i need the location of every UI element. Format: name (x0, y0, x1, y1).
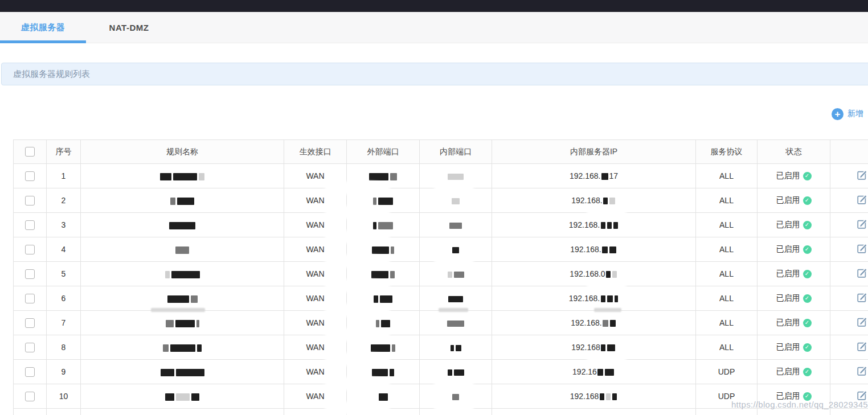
redacted-text-block (452, 247, 459, 253)
redacted-text-block (191, 393, 199, 401)
cell-actions (830, 335, 868, 360)
redacted-text-block (454, 369, 464, 376)
cell-status: 已启用✓ (758, 262, 830, 286)
redacted-text-block (372, 246, 389, 254)
tab-virtual-server[interactable]: 虚拟服务器 (0, 12, 86, 43)
ip-prefix: 192.168 (571, 343, 600, 352)
cell-actions (830, 311, 868, 335)
redacted-text-block (452, 198, 460, 204)
cell-protocol: ALL (696, 164, 758, 188)
redacted-text-block (175, 246, 189, 254)
ip-prefix: 192.168. (570, 245, 601, 254)
row-checkbox[interactable] (25, 367, 35, 377)
cell-empty (696, 409, 758, 415)
check-circle-icon: ✓ (803, 368, 812, 376)
cell-interface: WAN (284, 237, 347, 262)
select-all-checkbox[interactable] (25, 147, 35, 157)
check-circle-icon: ✓ (803, 343, 812, 352)
row-checkbox[interactable] (25, 245, 35, 254)
edit-icon[interactable] (857, 292, 867, 303)
edit-icon[interactable] (857, 317, 867, 327)
cell-internal-port (420, 311, 492, 335)
redacted-text-block (165, 271, 170, 278)
add-rule-button[interactable]: + 新增 (832, 108, 863, 120)
row-checkbox[interactable] (25, 171, 35, 181)
edit-icon[interactable] (857, 341, 867, 352)
column-header: 序号 (47, 140, 81, 164)
row-checkbox[interactable] (25, 294, 35, 303)
redacted-text-block (176, 369, 204, 376)
column-header: 外部端口 (347, 140, 420, 164)
edit-icon[interactable] (857, 219, 867, 229)
redacted-text-block (161, 369, 174, 376)
row-checkbox[interactable] (25, 220, 35, 230)
redacted-text-block (447, 321, 464, 327)
tab-nat-dmz[interactable]: NAT-DMZ (86, 12, 172, 43)
cell-checkbox (14, 188, 47, 213)
status-label: 已启用 (776, 244, 800, 254)
redacted-text-block (378, 222, 393, 229)
cell-index: 4 (47, 237, 81, 262)
ip-prefix: 192.16 (572, 368, 597, 377)
column-header: 内部端口 (420, 140, 492, 164)
redacted-text-block (601, 295, 605, 302)
redacted-text-block (615, 295, 618, 302)
cell-internal-port (420, 335, 492, 360)
redacted-text-block (448, 369, 452, 376)
cell-server-ip: 192.168. (492, 188, 696, 213)
cell-interface: WAN (284, 360, 347, 384)
cell-checkbox (14, 237, 47, 262)
redacted-text-block (170, 344, 195, 352)
edit-icon[interactable] (857, 170, 867, 180)
status-badge: 已启用✓ (776, 269, 812, 279)
cell-checkbox (14, 335, 47, 360)
edit-icon[interactable] (857, 243, 867, 254)
check-circle-icon: ✓ (803, 270, 812, 278)
cell-interface: WAN (284, 286, 347, 311)
redacted-text-block (378, 198, 393, 205)
tab-bar: 虚拟服务器 NAT-DMZ (0, 12, 868, 43)
cell-index: 5 (47, 262, 81, 286)
status-label: 已启用 (776, 220, 800, 230)
edit-icon[interactable] (857, 268, 867, 278)
redacted-text-block (448, 174, 464, 180)
row-checkbox[interactable] (25, 318, 35, 328)
redacted-text-block (196, 320, 199, 327)
check-circle-icon: ✓ (803, 319, 812, 327)
cell-interface: WAN (284, 213, 347, 237)
cell-status: 已启用✓ (758, 213, 830, 237)
table-row: 9WAN192.16UDP已启用✓ (14, 360, 868, 384)
panel-header: 虚拟服务器规则列表 (1, 63, 868, 85)
column-header: 设置 (830, 140, 868, 164)
cell-interface: WAN (284, 384, 347, 409)
row-checkbox[interactable] (25, 392, 35, 401)
redacted-text-block (380, 295, 392, 303)
redacted-text-block (173, 173, 197, 180)
ip-prefix: 192.168. (569, 221, 600, 230)
row-checkbox[interactable] (25, 196, 35, 206)
check-circle-icon: ✓ (803, 196, 812, 205)
cell-actions (830, 237, 868, 262)
redacted-text-block (160, 173, 171, 180)
redacted-text-block (456, 345, 461, 351)
redacted-text-block (609, 198, 615, 204)
cell-checkbox (14, 286, 47, 311)
edit-icon[interactable] (857, 194, 867, 205)
check-circle-icon: ✓ (803, 172, 812, 180)
edit-icon[interactable] (857, 365, 867, 376)
ip-prefix: 192.168. (571, 319, 602, 328)
row-checkbox[interactable] (25, 343, 35, 352)
cell-protocol: ALL (696, 213, 758, 237)
redacted-text-block (605, 369, 614, 376)
redacted-text-block (163, 344, 169, 352)
cell-internal-port (420, 286, 492, 311)
redacted-text-block (392, 344, 395, 352)
redacted-text-block (170, 198, 175, 205)
ip-prefix: 192.168. (569, 294, 600, 303)
row-checkbox[interactable] (25, 269, 35, 279)
cell-index: 3 (47, 213, 81, 237)
panel-title: 虚拟服务器规则列表 (13, 69, 90, 80)
cell-protocol: ALL (696, 262, 758, 286)
redacted-text-block (603, 198, 608, 204)
redacted-text-block (612, 271, 617, 278)
